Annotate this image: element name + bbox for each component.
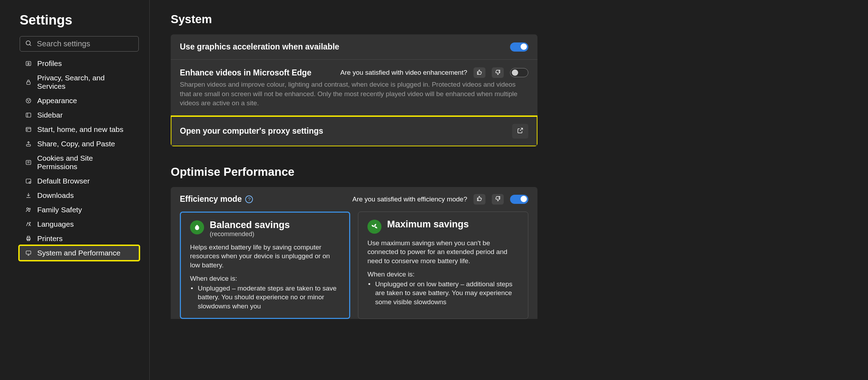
gpu-acceleration-toggle[interactable] (510, 42, 528, 52)
efficiency-mode-toggle[interactable] (510, 195, 528, 204)
help-icon[interactable]: ? (245, 195, 253, 203)
sidebar-item-privacy[interactable]: Privacy, Search, and Services (20, 71, 139, 93)
sidebar-title: Settings (20, 13, 139, 28)
sidebar-item-sidebar[interactable]: Sidebar (20, 108, 139, 122)
card-bullets: Unplugged – moderate steps are taken to … (190, 284, 340, 311)
thumbs-up-button[interactable] (474, 67, 485, 78)
language-icon (25, 220, 32, 228)
system-icon (25, 249, 32, 257)
leaf-icon (190, 220, 204, 234)
svg-rect-24 (27, 236, 30, 238)
row-description: Sharpen videos and improve colour, light… (180, 80, 528, 108)
card-subtitle: (recommended) (210, 231, 290, 238)
svg-point-21 (27, 208, 28, 209)
row-enhance-videos: Enhance videos in Microsoft Edge Are you… (171, 60, 537, 116)
sidebar-item-label: Privacy, Search, and Services (37, 74, 134, 91)
sidebar-item-label: Start, home, and new tabs (37, 125, 123, 134)
settings-sidebar: Settings Profiles Privacy, Search, and S… (0, 0, 150, 380)
thumbs-up-icon (476, 69, 483, 76)
system-panel: Use graphics acceleration when available… (171, 34, 537, 146)
sidebar-item-system-performance[interactable]: System and Performance (20, 246, 139, 260)
svg-point-5 (26, 98, 31, 103)
profile-icon (25, 60, 32, 67)
svg-point-6 (27, 100, 28, 101)
start-icon (25, 126, 32, 133)
efficiency-mode-title: Efficiency mode (180, 194, 242, 204)
feedback-question: Are you satisfied with efficiency mode? (352, 195, 467, 203)
section-title-optimise: Optimise Performance (171, 165, 868, 179)
thumbs-down-icon (495, 195, 501, 203)
card-description: Use maximum savings when you can't be co… (367, 239, 519, 266)
cookies-icon (25, 159, 32, 166)
sidebar-item-languages[interactable]: Languages (20, 217, 139, 231)
sidebar-item-profiles[interactable]: Profiles (20, 56, 139, 71)
sidebar-item-label: Appearance (37, 96, 77, 105)
card-when-label: When device is: (190, 275, 340, 282)
sidebar-item-family[interactable]: Family Safety (20, 203, 139, 217)
sidebar-nav: Profiles Privacy, Search, and Services A… (20, 56, 139, 260)
svg-rect-9 (26, 113, 31, 117)
sidebar-item-default-browser[interactable]: Default Browser (20, 174, 139, 188)
svg-rect-2 (26, 61, 31, 66)
sidebar-item-label: Sidebar (37, 111, 63, 119)
svg-point-3 (28, 62, 29, 64)
svg-line-1 (30, 44, 31, 46)
sidebar-item-cookies[interactable]: Cookies and Site Permissions (20, 151, 139, 174)
sidebar-item-label: Downloads (37, 191, 74, 200)
default-browser-icon (25, 177, 32, 185)
svg-point-7 (29, 100, 30, 101)
svg-rect-26 (26, 251, 31, 254)
sidebar-item-label: Share, Copy, and Paste (37, 140, 115, 148)
sidebar-item-label: System and Performance (37, 249, 120, 257)
svg-point-13 (27, 130, 28, 131)
card-when-label: When device is: (367, 271, 519, 278)
card-balanced-savings[interactable]: Balanced savings (recommended) Helps ext… (180, 212, 350, 319)
open-external-button[interactable] (512, 124, 528, 139)
search-settings-field[interactable] (20, 36, 139, 52)
family-icon (25, 206, 32, 214)
search-icon (25, 40, 32, 48)
sidebar-icon (25, 111, 32, 119)
row-proxy-settings[interactable]: Open your computer's proxy settings (171, 116, 537, 146)
efficiency-panel: Efficiency mode ? Are you satisfied with… (171, 187, 537, 319)
share-icon (25, 140, 32, 148)
row-gpu-acceleration: Use graphics acceleration when available (171, 34, 537, 60)
card-maximum-savings[interactable]: Maximum savings Use maximum savings when… (358, 212, 528, 319)
svg-rect-11 (26, 127, 31, 132)
feedback-question: Are you satisfied with video enhancement… (340, 69, 467, 76)
enhance-videos-toggle[interactable] (510, 68, 528, 77)
sidebar-item-printers[interactable]: Printers (20, 232, 139, 246)
card-description: Helps extend battery life by saving comp… (190, 243, 340, 270)
thumbs-up-button[interactable] (474, 194, 485, 205)
svg-point-8 (28, 101, 29, 102)
sidebar-item-label: Default Browser (37, 177, 90, 185)
svg-point-22 (29, 208, 30, 209)
sidebar-item-start[interactable]: Start, home, and new tabs (20, 122, 139, 136)
download-icon (25, 192, 32, 199)
thumbs-down-button[interactable] (492, 67, 504, 78)
card-title: Maximum savings (387, 219, 469, 230)
row-title: Enhance videos in Microsoft Edge (180, 68, 311, 78)
sidebar-item-appearance[interactable]: Appearance (20, 94, 139, 108)
row-title: Open your computer's proxy settings (180, 126, 323, 136)
sidebar-item-label: Profiles (37, 59, 62, 68)
thumbs-down-button[interactable] (492, 194, 504, 205)
card-bullet: Unplugged – moderate steps are taken to … (190, 284, 340, 311)
svg-rect-14 (26, 145, 31, 146)
svg-rect-18 (26, 179, 31, 183)
sidebar-item-label: Printers (37, 234, 63, 243)
leaf-fan-icon (367, 220, 381, 234)
sidebar-item-label: Cookies and Site Permissions (37, 154, 134, 171)
sidebar-item-downloads[interactable]: Downloads (20, 188, 139, 202)
external-link-icon (517, 127, 524, 135)
svg-rect-15 (26, 160, 31, 165)
card-bullet: Unplugged or on low battery – additional… (367, 280, 519, 307)
search-input[interactable] (37, 39, 133, 48)
section-title-system: System (171, 13, 868, 26)
row-title: Use graphics acceleration when available (180, 42, 339, 52)
sidebar-item-label: Family Safety (37, 206, 82, 214)
main-content: System Use graphics acceleration when av… (150, 0, 868, 380)
lock-icon (25, 78, 32, 86)
sidebar-item-share[interactable]: Share, Copy, and Paste (20, 137, 139, 151)
card-title: Balanced savings (210, 220, 290, 231)
